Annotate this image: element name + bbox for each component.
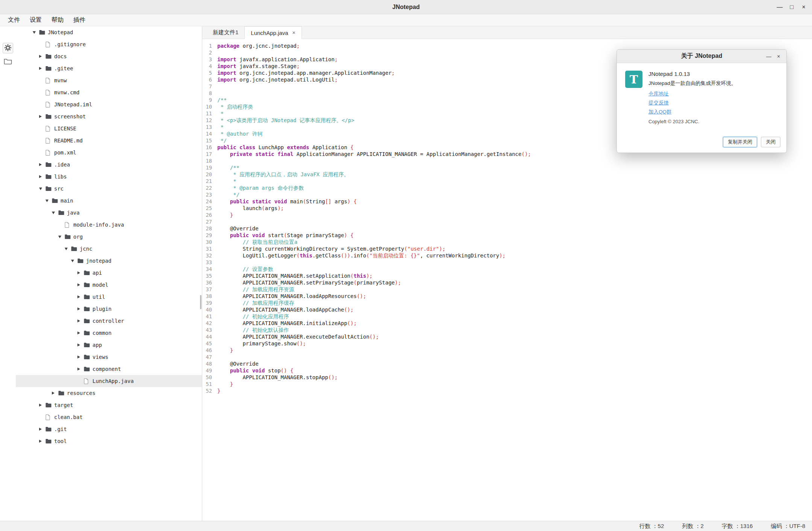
collapse-arrow-icon[interactable] <box>52 207 58 219</box>
expand-arrow-icon[interactable] <box>77 303 84 315</box>
line-number: 16 <box>202 144 212 151</box>
dialog-close-button[interactable]: × <box>774 50 783 63</box>
tree-item-screenshot[interactable]: screenshot <box>16 110 202 123</box>
code-line: 47 <box>202 354 812 360</box>
tree-item-util[interactable]: util <box>16 291 202 303</box>
file-icon <box>45 126 54 132</box>
expand-arrow-icon[interactable] <box>77 363 84 375</box>
line-number: 48 <box>202 360 212 367</box>
tree-scrollbar-thumb[interactable] <box>200 295 201 309</box>
menu-item-文件[interactable]: 文件 <box>3 15 25 26</box>
expand-arrow-icon[interactable] <box>77 315 84 327</box>
tree-item-model[interactable]: model <box>16 279 202 291</box>
maximize-button[interactable]: □ <box>786 0 798 14</box>
expand-arrow-icon[interactable] <box>39 435 45 447</box>
tree-item-JNotepad.iml[interactable]: JNotepad.iml <box>16 98 202 110</box>
code-text <box>212 354 217 360</box>
tree-item-org[interactable]: org <box>16 231 202 243</box>
tab-LunchApp.java[interactable]: LunchApp.java× <box>244 26 301 39</box>
tab-close-icon[interactable]: × <box>292 30 295 36</box>
tree-item-.gitignore[interactable]: .gitignore <box>16 38 202 50</box>
tree-item-target[interactable]: target <box>16 399 202 411</box>
dialog-minimize-button[interactable]: — <box>764 50 774 63</box>
expand-arrow-icon[interactable] <box>77 351 84 363</box>
code-text: } <box>212 212 233 218</box>
dialog-link-仓库地址[interactable]: 仓库地址 <box>648 89 669 98</box>
tree-item-java[interactable]: java <box>16 207 202 219</box>
tree-item-component[interactable]: component <box>16 363 202 375</box>
dialog-button-复制并关闭[interactable]: 复制并关闭 <box>723 137 757 147</box>
line-number: 22 <box>202 185 212 191</box>
tree-item-app[interactable]: app <box>16 339 202 351</box>
expand-arrow-icon[interactable] <box>39 62 45 74</box>
tree-item-mvnw.cmd[interactable]: mvnw.cmd <box>16 86 202 98</box>
dialog-link-提交反馈[interactable]: 提交反馈 <box>648 98 669 107</box>
menu-item-帮助[interactable]: 帮助 <box>47 15 68 26</box>
expand-arrow-icon[interactable] <box>77 291 84 303</box>
tab-新建文件1[interactable]: 新建文件1 <box>207 26 244 39</box>
expand-arrow-icon[interactable] <box>39 110 45 123</box>
tree-item-module-info.java[interactable]: module-info.java <box>16 219 202 231</box>
tree-item-.git[interactable]: .git <box>16 423 202 435</box>
folder-icon <box>84 366 92 372</box>
code-line: 18 <box>202 157 812 164</box>
tree-item-jnotepad[interactable]: jnotepad <box>16 255 202 267</box>
tree-item-common[interactable]: common <box>16 327 202 339</box>
collapse-arrow-icon[interactable] <box>71 255 77 267</box>
tree-item-.gitee[interactable]: .gitee <box>16 62 202 74</box>
tree-item-controller[interactable]: controller <box>16 315 202 327</box>
tree-item-main[interactable]: main <box>16 195 202 207</box>
expand-arrow-icon[interactable] <box>39 171 45 183</box>
files-panel-button[interactable] <box>3 56 13 67</box>
expand-arrow-icon[interactable] <box>77 327 84 339</box>
line-number: 49 <box>202 367 212 374</box>
expand-arrow-icon[interactable] <box>39 159 45 171</box>
tree-item-.idea[interactable]: .idea <box>16 159 202 171</box>
line-number: 43 <box>202 327 212 333</box>
tree-item-pom.xml[interactable]: pom.xml <box>16 147 202 159</box>
code-text: * <box>212 124 224 130</box>
tree-item-clean.bat[interactable]: clean.bat <box>16 411 202 423</box>
expand-arrow-icon[interactable] <box>39 50 45 62</box>
tree-item-mvnw[interactable]: mvnw <box>16 74 202 86</box>
expand-arrow-icon[interactable] <box>77 339 84 351</box>
tree-item-jcnc[interactable]: jcnc <box>16 243 202 255</box>
tree-item-LICENSE[interactable]: LICENSE <box>16 123 202 135</box>
menu-item-插件[interactable]: 插件 <box>68 15 90 26</box>
code-text: public void start(Stage primaryStage) { <box>212 232 354 239</box>
minimize-button[interactable]: — <box>774 0 786 14</box>
expand-arrow-icon[interactable] <box>77 267 84 279</box>
collapse-arrow-icon[interactable] <box>65 243 71 255</box>
dialog-link-加入QQ群[interactable]: 加入QQ群 <box>648 107 672 116</box>
collapse-arrow-icon[interactable] <box>58 231 65 243</box>
tree-item-plugin[interactable]: plugin <box>16 303 202 315</box>
tree-item-JNotepad[interactable]: JNotepad <box>16 26 202 38</box>
code-line: 35 APPLICATION_MANAGER.setApplication(th… <box>202 272 812 279</box>
tree-item-resources[interactable]: resources <box>16 387 202 399</box>
tree-item-README.md[interactable]: README.md <box>16 135 202 147</box>
tree-item-libs[interactable]: libs <box>16 171 202 183</box>
expand-arrow-icon[interactable] <box>39 399 45 411</box>
tree-item-api[interactable]: api <box>16 267 202 279</box>
code-text: // 加载应用程序资源 <box>212 286 294 293</box>
folder-icon <box>45 427 54 432</box>
tree-item-src[interactable]: src <box>16 183 202 195</box>
code-line: 48 @Override <box>202 360 812 367</box>
settings-button[interactable] <box>3 43 13 53</box>
collapse-arrow-icon[interactable] <box>45 195 52 207</box>
tree-item-tool[interactable]: tool <box>16 435 202 447</box>
tree-item-views[interactable]: views <box>16 351 202 363</box>
file-icon <box>65 222 73 228</box>
collapse-arrow-icon[interactable] <box>39 183 45 195</box>
tree-item-LunchApp.java[interactable]: LunchApp.java <box>16 375 202 387</box>
expand-arrow-icon[interactable] <box>77 279 84 291</box>
dialog-button-关闭[interactable]: 关闭 <box>761 137 780 147</box>
tree-item-label: main <box>60 198 73 204</box>
code-text <box>212 259 217 266</box>
expand-arrow-icon[interactable] <box>52 387 58 399</box>
menu-item-设置[interactable]: 设置 <box>25 15 47 26</box>
expand-arrow-icon[interactable] <box>39 423 45 435</box>
collapse-arrow-icon[interactable] <box>33 26 39 38</box>
close-button[interactable]: × <box>798 0 810 14</box>
tree-item-docs[interactable]: docs <box>16 50 202 62</box>
